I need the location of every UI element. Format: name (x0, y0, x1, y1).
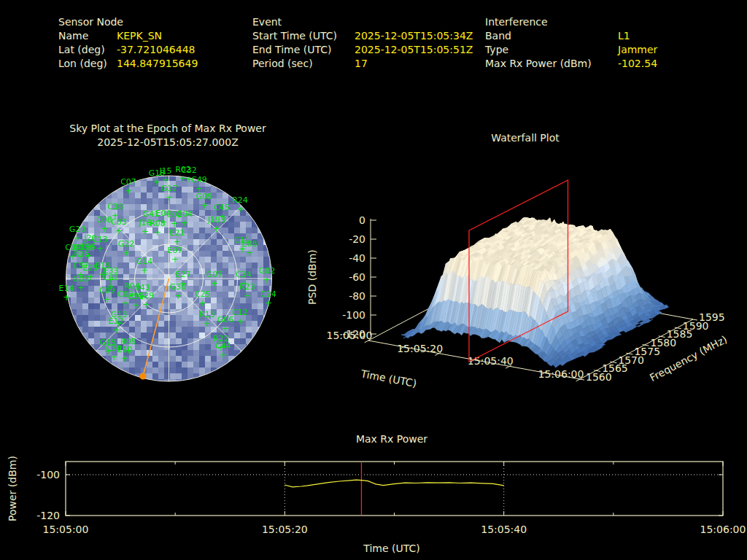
satellite-marker: + (236, 316, 244, 327)
timeseries-frame (66, 462, 723, 516)
max-rx-power-plot: -100-12015:05:0015:05:2015:05:4015:06:00… (0, 427, 747, 560)
x-tick-label: 15:05:20 (262, 524, 308, 535)
satellite-marker: + (104, 295, 111, 305)
x-tick-label: 15:05:00 (43, 524, 89, 535)
psd-tick-label: 0 (359, 214, 365, 226)
satellite-marker: + (171, 254, 179, 265)
y-tick-label: -100 (36, 469, 60, 481)
event-title: Event (252, 15, 282, 29)
satellite-marker: + (166, 192, 173, 203)
satellite-marker: + (201, 201, 208, 211)
satellite-marker: + (74, 233, 81, 244)
interference-type-label: Type (485, 43, 618, 57)
sensor-name-label: Name (58, 29, 117, 43)
event-end-value: 2025-12-05T15:05:51Z (355, 43, 473, 57)
sensor-node-panel: Sensor Node Name KEPK_SN Lat (deg) -37.7… (58, 15, 198, 71)
psd-tick-label: -60 (349, 271, 365, 283)
psd-axis-label: PSD (dBm) (306, 249, 318, 305)
satellite-marker: + (174, 291, 182, 301)
x-tick-label: 15:06:00 (700, 524, 746, 535)
satellite-marker: + (142, 227, 149, 237)
surface-cell (554, 364, 560, 368)
satellite-marker: + (199, 298, 206, 308)
interference-band-label: Band (485, 29, 618, 43)
satellite-marker: + (112, 325, 120, 335)
power-axis-label: Power (dBm) (7, 456, 18, 521)
time-axis-label: Time (UTC) (363, 542, 419, 554)
event-panel: Event Start Time (UTC) 2025-12-05T15:05:… (252, 15, 473, 71)
psd-tick-label: -100 (342, 309, 365, 321)
satellite-marker: + (154, 228, 161, 238)
sensor-lat-row: Lat (deg) -37.721046448 (58, 43, 198, 57)
interference-power-value: -102.54 (618, 57, 657, 71)
satellite-marker: + (181, 218, 188, 228)
satellite-marker: + (153, 177, 160, 187)
sensor-name-value: KEPK_SN (117, 29, 162, 43)
satellite-marker: + (236, 204, 244, 214)
interference-power-label: Max Rx Power (dBm) (485, 57, 618, 71)
event-start-row: Start Time (UTC) 2025-12-05T15:05:34Z (252, 29, 473, 43)
sensor-name-row: Name KEPK_SN (58, 29, 198, 43)
sensor-lon-value: 144.847915649 (117, 57, 198, 71)
interference-band-row: Band L1 (485, 29, 657, 43)
satellite-marker: + (246, 248, 253, 258)
event-period-value: 17 (355, 57, 368, 71)
sky-plot-title: Sky Plot at the Epoch of Max Rx Power (29, 122, 306, 134)
satellite-marker: + (171, 219, 178, 229)
event-period-label: Period (sec) (252, 57, 355, 71)
psd-tick-label: -40 (349, 252, 365, 264)
interference-bearing-dot (140, 373, 147, 380)
satellite-marker: + (142, 300, 150, 310)
satellite-marker: + (263, 275, 271, 285)
interference-power-row: Max Rx Power (dBm) -102.54 (485, 57, 657, 71)
satellite-marker: + (121, 354, 128, 364)
waterfall-title: Waterfall Plot (452, 132, 598, 144)
sensor-node-title: Sensor Node (58, 15, 123, 29)
interference-panel: Interference Band L1 Type Jammer Max Rx … (485, 15, 657, 71)
interference-type-value: Jammer (618, 43, 657, 57)
satellite-marker: + (213, 224, 220, 234)
time-axis-label: Time (UTC) (359, 368, 417, 389)
time-tick-label: 15:05:40 (468, 355, 514, 367)
satellite-marker: + (101, 224, 108, 234)
time-tick-label: 15:05:00 (327, 330, 373, 341)
interference-title: Interference (485, 15, 548, 29)
time-tick-label: 15:06:00 (538, 368, 584, 380)
waterfall-plot: 0-20-40-60-80-100-120PSD (dBm)15:05:0015… (292, 164, 747, 405)
event-start-value: 2025-12-05T15:05:34Z (355, 29, 473, 43)
psd-tick-label: -20 (349, 233, 365, 245)
satellite-marker: + (125, 186, 132, 196)
sensor-lon-row: Lon (deg) 144.847915649 (58, 57, 198, 71)
satellite-marker: + (211, 279, 218, 289)
x-tick-label: 15:05:40 (481, 524, 527, 535)
event-end-label: End Time (UTC) (252, 43, 355, 57)
psd-tick-label: -80 (349, 290, 365, 302)
satellite-marker: + (77, 283, 85, 293)
freq-tick-label: 1595 (699, 311, 725, 323)
satellite-marker: + (204, 319, 211, 329)
sky-plot-overlay: C07+G18+J15+R02+C32+C49+G17+G09+R24+C38+… (29, 164, 285, 390)
dashboard-root: Sensor Node Name KEPK_SN Lat (deg) -37.7… (0, 0, 747, 560)
satellite-marker: + (222, 324, 229, 334)
satellite-marker: + (132, 300, 139, 311)
satellite-marker: + (115, 226, 123, 236)
satellite-marker: + (220, 350, 227, 360)
interference-band-value: L1 (618, 29, 630, 43)
y-tick-label: -120 (36, 510, 60, 521)
interference-type-row: Type Jammer (485, 43, 657, 57)
satellite-marker: + (244, 291, 251, 301)
satellite-marker: + (123, 248, 130, 258)
time-tick-label: 15:05:20 (397, 343, 443, 354)
satellite-marker: + (110, 352, 117, 362)
sky-plot-subtitle: 2025-12-05T15:05:27.000Z (29, 136, 306, 148)
satellite-marker: + (141, 265, 148, 276)
event-start-label: Start Time (UTC) (252, 29, 355, 43)
sensor-lon-label: Lon (deg) (58, 57, 117, 71)
event-period-row: Period (sec) 17 (252, 57, 473, 71)
satellite-marker: + (265, 298, 272, 308)
sensor-lat-label: Lat (deg) (58, 43, 117, 57)
satellite-marker: + (96, 244, 104, 254)
max-rx-power-series (285, 480, 503, 487)
sensor-lat-value: -37.721046448 (117, 43, 195, 57)
satellite-marker: + (63, 292, 70, 303)
